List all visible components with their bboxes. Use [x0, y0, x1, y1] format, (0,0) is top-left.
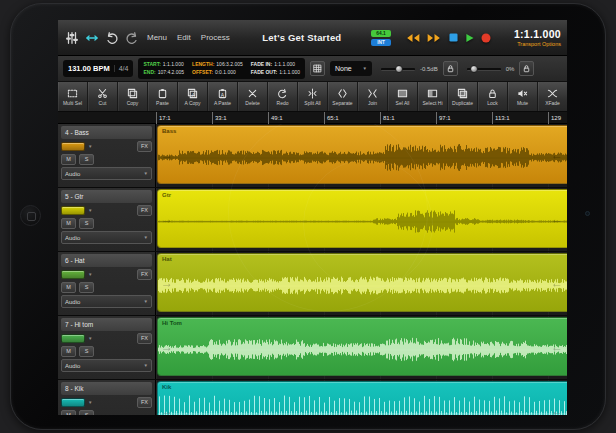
toolbar-button-paste[interactable]: Paste	[148, 82, 178, 111]
solo-button[interactable]: S	[79, 410, 94, 415]
info-field-fade-out: FADE OUT:1:1.1.000	[251, 69, 300, 76]
track-type-select[interactable]: Audio▼	[61, 295, 152, 308]
track-name[interactable]: 5 - Gtr	[61, 190, 152, 203]
fade-in-handle[interactable]: →	[161, 341, 173, 353]
select-all-icon	[397, 88, 408, 99]
delete-icon	[247, 88, 258, 99]
fade-out-handle[interactable]: ←	[551, 277, 563, 289]
tempo-display[interactable]: 131.00 BPM 4/4	[63, 60, 133, 77]
track-lane[interactable]: Hat→←	[156, 252, 567, 315]
toolbar-button-xfade[interactable]: XFade	[538, 82, 567, 111]
track-type-select[interactable]: Audio▼	[61, 231, 152, 244]
audio-region[interactable]: Gtr→←	[157, 189, 567, 248]
track-color-button[interactable]	[61, 334, 85, 343]
toolbar-button-a-copy[interactable]: AA Copy	[178, 82, 208, 111]
track-color-button[interactable]	[61, 270, 85, 279]
track-color-button[interactable]	[61, 142, 85, 151]
fx-button[interactable]: FX	[137, 205, 152, 216]
toolbar-button-multi-sel[interactable]: Multi Sel	[58, 82, 88, 111]
fade-out-handle[interactable]: ←	[551, 341, 563, 353]
ruler-tick: 65:1	[324, 112, 339, 124]
toolbar-button-join[interactable]: Join	[358, 82, 388, 111]
edit-mode-icon[interactable]	[84, 30, 100, 46]
toolbar-button-a-paste[interactable]: AA Paste	[208, 82, 238, 111]
fade-in-handle[interactable]: →	[161, 213, 173, 225]
menu-button[interactable]: Menu	[147, 33, 167, 42]
toolbar-button-separate[interactable]: Separate	[328, 82, 358, 111]
toolbar-button-copy[interactable]: Copy	[118, 82, 148, 111]
solo-button[interactable]: S	[79, 218, 94, 229]
mute-button[interactable]: M	[61, 282, 76, 293]
toolbar-button-cut[interactable]: Cut	[88, 82, 118, 111]
fade-out-handle[interactable]: ←	[551, 149, 563, 161]
edit-button[interactable]: Edit	[177, 33, 191, 42]
toolbar-button-lock[interactable]: Lock	[478, 82, 508, 111]
record-button[interactable]	[481, 33, 491, 43]
timeline-ruler[interactable]: 17:133:149:165:181:197:1113:1129	[58, 112, 567, 124]
gain-slider[interactable]	[381, 63, 415, 75]
fast-forward-button[interactable]	[427, 33, 442, 43]
solo-button[interactable]: S	[79, 154, 94, 165]
status-badges: 64.1 INT	[371, 29, 391, 47]
solo-button[interactable]: S	[79, 282, 94, 293]
gain-slider-knob[interactable]	[395, 65, 403, 73]
track-type-select[interactable]: Audio▼	[61, 167, 152, 180]
snap-select[interactable]: None ▼	[330, 61, 372, 76]
toolbar-button-select-hi[interactable]: Select Hi	[418, 82, 448, 111]
track-name[interactable]: 8 - Kik	[61, 382, 152, 395]
mute-button[interactable]: M	[61, 346, 76, 357]
fx-button[interactable]: FX	[137, 397, 152, 408]
audio-region[interactable]: Hi Tom→←	[157, 317, 567, 376]
fx-button[interactable]: FX	[137, 141, 152, 152]
mixer-icon[interactable]	[64, 30, 80, 46]
fade-in-handle[interactable]: →	[161, 277, 173, 289]
track-lane[interactable]: Gtr→←	[156, 188, 567, 251]
fade-out-handle[interactable]: ←	[551, 213, 563, 225]
toolbar-button-mute[interactable]: Mute	[508, 82, 538, 111]
lock-icon[interactable]	[443, 61, 458, 76]
track-color-button[interactable]	[61, 398, 85, 407]
toolbar-button-split-all[interactable]: Split All	[298, 82, 328, 111]
region-name: Hat	[162, 256, 172, 262]
toolbar-button-sel-all[interactable]: Sel All	[388, 82, 418, 111]
track-row: 4 - Bass▼FXMSAudio▼Bass→←	[58, 124, 567, 188]
lock-icon[interactable]	[519, 61, 534, 76]
fade-in-handle[interactable]: →	[161, 149, 173, 161]
process-button[interactable]: Process	[201, 33, 230, 42]
undo-icon[interactable]	[104, 30, 120, 46]
track-name[interactable]: 6 - Hat	[61, 254, 152, 267]
toolbar-button-delete[interactable]: Delete	[238, 82, 268, 111]
audio-region[interactable]: Kik→←	[157, 381, 567, 415]
front-camera	[585, 211, 590, 216]
track-color-button[interactable]	[61, 206, 85, 215]
track-type-select[interactable]: Audio▼	[61, 359, 152, 372]
solo-button[interactable]: S	[79, 346, 94, 357]
transport-options-link[interactable]: Transport Options	[517, 41, 561, 47]
mute-button[interactable]: M	[61, 218, 76, 229]
redo-icon[interactable]	[124, 30, 140, 46]
grid-snap-icon[interactable]	[310, 61, 325, 76]
gain-value: -0.5dB	[420, 66, 438, 72]
track-lane[interactable]: Hi Tom→←	[156, 316, 567, 379]
track-lane[interactable]: Bass→←	[156, 124, 567, 187]
audio-region[interactable]: Bass→←	[157, 125, 567, 184]
mute-button[interactable]: M	[61, 154, 76, 165]
xfade-slider-knob[interactable]	[470, 65, 478, 73]
xfade-slider[interactable]	[467, 63, 501, 75]
audio-region[interactable]: Hat→←	[157, 253, 567, 312]
toolbar-button-duplicate[interactable]: Duplicate	[448, 82, 478, 111]
toolbar-button-redo[interactable]: Redo	[268, 82, 298, 111]
rewind-button[interactable]	[405, 33, 420, 43]
home-button[interactable]	[20, 205, 41, 226]
fx-button[interactable]: FX	[137, 269, 152, 280]
mute-button[interactable]: M	[61, 410, 76, 415]
track-name[interactable]: 4 - Bass	[61, 126, 152, 139]
stop-button[interactable]	[449, 33, 458, 42]
fade-in-handle[interactable]: →	[161, 405, 173, 416]
fade-out-handle[interactable]: ←	[551, 405, 563, 416]
track-lane[interactable]: Kik→←	[156, 380, 567, 415]
track-name[interactable]: 7 - Hi tom	[61, 318, 152, 331]
fx-button[interactable]: FX	[137, 333, 152, 344]
play-button[interactable]	[465, 33, 474, 43]
ipad-bezel: Menu Edit Process Let's Get Started 64.1…	[10, 3, 606, 430]
